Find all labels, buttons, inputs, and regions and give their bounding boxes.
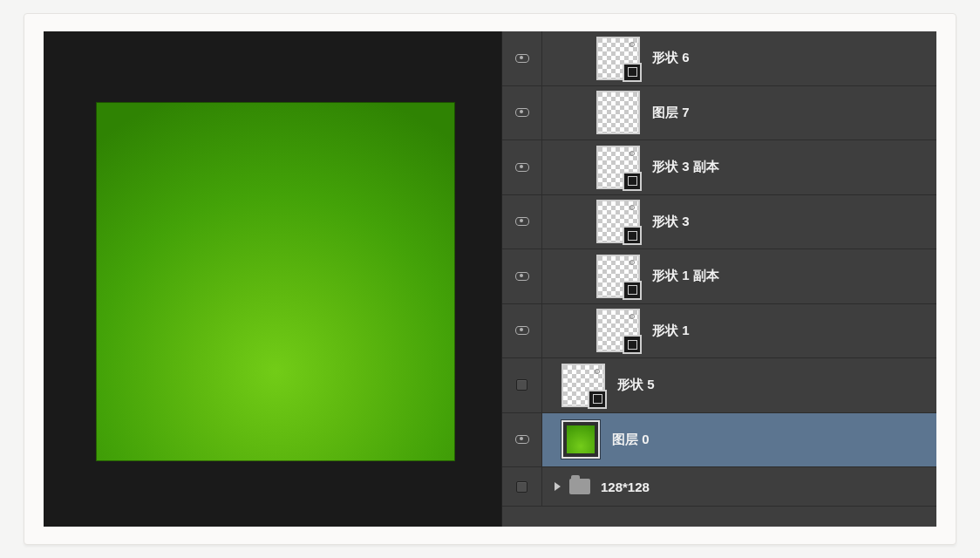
vector-mask-icon [623,63,642,82]
visibility-toggle[interactable] [502,413,542,467]
eye-icon [515,108,529,117]
layer-row-selected[interactable]: 图层 0 [502,413,936,468]
layer-name-label[interactable]: 形状 3 副本 [652,159,719,175]
layer-thumbnail[interactable] [596,309,640,352]
vector-mask-icon [623,226,642,245]
layer-content: 128*128 [542,467,936,506]
disclosure-triangle-icon[interactable] [555,482,561,491]
layers-panel: 形状 6 图层 7 形状 3 副本 [501,31,936,527]
visibility-toggle[interactable] [502,195,542,249]
layer-name-label[interactable]: 形状 5 [617,377,655,393]
vector-mask-icon [623,172,642,191]
vector-mask-icon [623,281,642,300]
visibility-toggle[interactable] [502,249,542,303]
canvas-area[interactable] [44,31,501,527]
visibility-checkbox-icon [516,481,527,493]
layer-name-label[interactable]: 形状 1 [652,323,690,339]
vector-mask-icon [623,335,642,354]
layer-thumbnail[interactable] [596,146,640,189]
visibility-toggle[interactable] [502,358,542,412]
layer-content: 图层 0 [542,413,936,467]
layer-thumbnail[interactable] [561,420,600,459]
layer-thumbnail[interactable] [596,91,640,134]
layer-name-label[interactable]: 形状 3 [652,214,690,230]
layer-content: 形状 1 副本 [542,249,936,303]
layer-row[interactable]: 形状 3 [502,195,936,250]
photoshop-window: 形状 6 图层 7 形状 3 副本 [44,31,936,527]
layer-thumbnail[interactable] [561,364,605,407]
layer-content: 形状 5 [542,358,936,412]
layer-row[interactable]: 形状 1 [502,304,936,359]
layer-thumbnail[interactable] [596,255,640,298]
layer-content: 形状 3 副本 [542,140,936,194]
eye-icon [515,217,529,226]
vector-mask-icon [588,390,607,409]
layer-row[interactable]: 形状 6 [502,31,936,86]
layer-group-row[interactable]: 128*128 [502,467,936,507]
layer-row[interactable]: 图层 7 [502,86,936,141]
visibility-toggle[interactable] [502,140,542,194]
visibility-toggle[interactable] [502,304,542,358]
layer-content: 图层 7 [542,86,936,140]
canvas-artwork [96,102,455,461]
layer-row[interactable]: 形状 3 副本 [502,140,936,195]
eye-icon [515,54,529,63]
layer-content: 形状 1 [542,304,936,358]
layer-group-name-label[interactable]: 128*128 [601,480,650,494]
layer-name-label[interactable]: 图层 7 [652,105,690,121]
layer-name-label[interactable]: 形状 6 [652,50,690,66]
layer-row[interactable]: 形状 5 [502,358,936,413]
eye-icon [515,435,529,444]
visibility-toggle[interactable] [502,467,542,506]
layer-name-label[interactable]: 图层 0 [612,432,650,448]
visibility-toggle[interactable] [502,31,542,85]
layer-name-label[interactable]: 形状 1 副本 [652,268,719,284]
eye-icon [515,272,529,281]
layer-thumbnail[interactable] [596,37,640,80]
layer-content: 形状 6 [542,31,936,85]
layer-thumbnail[interactable] [596,200,640,243]
visibility-checkbox-icon [516,379,527,391]
layer-content: 形状 3 [542,195,936,249]
eye-icon [515,326,529,335]
eye-icon [515,163,529,172]
folder-icon [569,479,590,494]
card-frame: 形状 6 图层 7 形状 3 副本 [24,13,956,545]
layer-row[interactable]: 形状 1 副本 [502,249,936,304]
visibility-toggle[interactable] [502,86,542,140]
